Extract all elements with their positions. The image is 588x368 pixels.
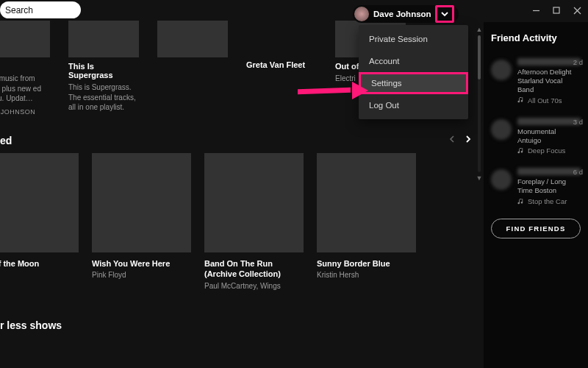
friend-name	[517, 58, 581, 66]
scroll-down-icon[interactable]: ▼	[476, 174, 482, 183]
album-title: Wish You Were Here	[92, 258, 191, 269]
music-note-icon	[517, 147, 525, 155]
friend-row[interactable]: Afternoon Delight Starland Vocal Band Al…	[491, 58, 581, 105]
friend-playlist-name: Stop the Car	[528, 197, 567, 205]
main-scrollbar[interactable]: ▲ ▼	[476, 25, 482, 183]
close-button[interactable]	[572, 5, 582, 15]
friend-avatar	[491, 60, 512, 80]
friend-track: Foreplay / Long Time Boston	[517, 177, 581, 195]
friend-activity-panel: Friend Activity Afternoon Delight Starla…	[484, 22, 588, 368]
album-title: ide of the Moon	[0, 258, 79, 269]
friend-track: Monumental Antuigo	[517, 127, 581, 145]
window-controls	[531, 0, 588, 21]
card-title: This Is Supergrass	[68, 62, 139, 79]
friend-row[interactable]: Foreplay / Long Time Boston Stop the Car…	[491, 168, 581, 205]
album-art	[204, 153, 304, 252]
friend-avatar	[491, 169, 512, 190]
friend-row[interactable]: Monumental Antuigo Deep Focus 3 d	[491, 118, 581, 155]
music-note-icon	[517, 96, 525, 104]
carousel-next-button[interactable]	[460, 131, 476, 147]
avatar	[354, 7, 369, 21]
card-description: latest music from follow, plus new ed fo…	[0, 74, 50, 104]
chevron-down-icon[interactable]	[435, 5, 454, 23]
friend-name	[517, 118, 581, 125]
user-name: Dave Johnson	[373, 10, 431, 18]
album-card[interactable]: Sunny Border Blue Kristin Hersh	[317, 153, 416, 290]
album-card[interactable]: Wish You Were Here Pink Floyd	[92, 153, 191, 290]
search-input[interactable]: Search	[0, 1, 81, 18]
album-card[interactable]: ide of the Moon	[0, 153, 79, 290]
card-title: dar	[0, 62, 50, 71]
svg-rect-1	[553, 7, 559, 13]
menu-item-settings[interactable]: Settings	[359, 72, 468, 94]
find-friends-button[interactable]: FIND FRIENDS	[491, 219, 581, 238]
friend-time: 3 d	[573, 118, 583, 126]
card-byline: DAVE JOHNSON	[0, 108, 50, 116]
album-artist: Paul McCartney, Wings	[204, 282, 304, 290]
album-art	[0, 21, 50, 57]
album-art	[68, 21, 139, 57]
menu-item-account[interactable]: Account	[359, 50, 468, 72]
shelf-card[interactable]: This Is Supergrass This is Supergrass. T…	[68, 21, 139, 116]
album-art	[157, 21, 228, 57]
shelf-card[interactable]: Greta Van Fleet	[246, 21, 317, 116]
friend-playlist: Deep Focus	[517, 146, 581, 155]
music-note-icon	[517, 198, 525, 205]
friend-playlist: All Out 70s	[517, 96, 581, 105]
friend-track: Afternoon Delight Starland Vocal Band	[517, 68, 581, 94]
section-heading-played: played	[0, 135, 12, 146]
album-title: Sunny Border Blue	[317, 258, 416, 269]
friend-playlist-name: All Out 70s	[528, 96, 562, 105]
album-art	[92, 153, 191, 252]
friend-avatar	[491, 119, 512, 140]
menu-item-logout[interactable]: Log Out	[359, 94, 468, 116]
friend-time: 6 d	[573, 168, 583, 176]
user-menu-button[interactable]: Dave Johnson	[353, 5, 459, 23]
album-title: Band On The Run (Archive Collection)	[204, 258, 304, 280]
album-art	[0, 153, 79, 252]
app-window: Search dar latest music from follow, plu…	[0, 0, 588, 368]
shelf-card[interactable]	[157, 21, 228, 116]
shelf-card[interactable]: dar latest music from follow, plus new e…	[0, 21, 50, 116]
recently-played-row: ide of the Moon Wish You Were Here Pink …	[0, 153, 481, 290]
friend-playlist: Stop the Car	[517, 197, 581, 205]
album-card[interactable]: Band On The Run (Archive Collection) Pau…	[204, 153, 304, 290]
minimize-button[interactable]	[531, 5, 541, 15]
friend-playlist-name: Deep Focus	[528, 146, 565, 155]
scroll-thumb[interactable]	[478, 35, 481, 79]
menu-item-private-session[interactable]: Private Session	[359, 28, 468, 50]
scroll-up-icon[interactable]: ▲	[476, 25, 482, 34]
card-title: Greta Van Fleet	[246, 60, 317, 69]
friend-time: 2 d	[573, 58, 583, 66]
user-dropdown-menu: Private Session Account Settings Log Out	[359, 25, 468, 119]
section-heading-shows: es or less shows	[0, 319, 62, 331]
card-description: This is Supergrass. The essential tracks…	[68, 82, 139, 113]
friend-activity-heading: Friend Activity	[491, 32, 581, 43]
album-art	[317, 153, 416, 252]
carousel-nav	[444, 131, 476, 147]
album-artist: Kristin Hersh	[317, 271, 416, 279]
friend-name	[517, 168, 581, 175]
carousel-prev-button[interactable]	[444, 131, 460, 147]
album-artist: Pink Floyd	[92, 271, 191, 279]
maximize-button[interactable]	[551, 5, 562, 15]
